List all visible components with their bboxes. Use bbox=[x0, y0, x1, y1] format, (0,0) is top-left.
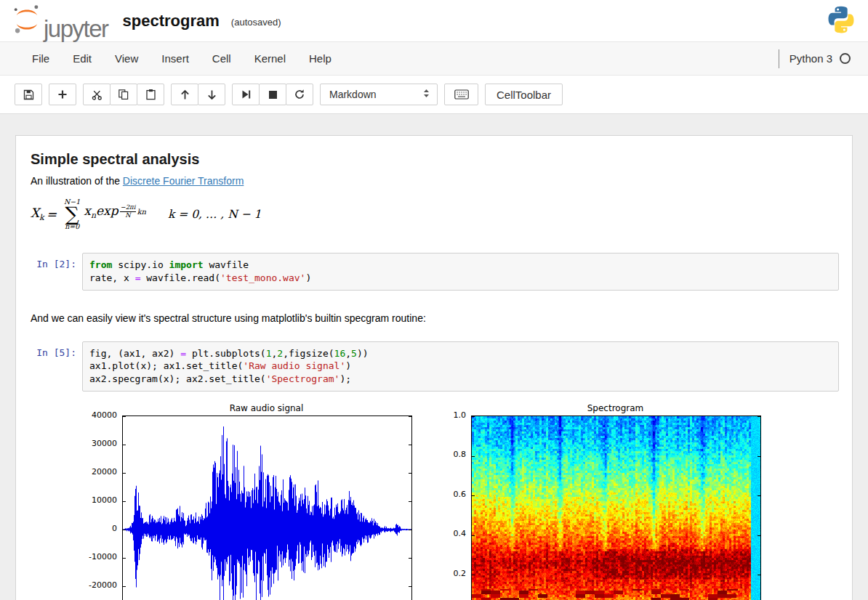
markdown-cell-analysis[interactable]: Simple spectral analysis An illustration… bbox=[29, 145, 839, 241]
code-editor[interactable]: from scipy.io import wavfilerate, x = wa… bbox=[89, 259, 832, 284]
menu-item-help[interactable]: Help bbox=[297, 43, 343, 75]
notebook-header: jupyter spectrogram (autosaved) bbox=[0, 0, 868, 42]
plus-icon bbox=[57, 89, 68, 100]
y-tick-label: 0.4 bbox=[454, 529, 467, 538]
y-tick-label: 30000 bbox=[92, 439, 117, 448]
y-tick-label: 0.2 bbox=[454, 569, 467, 578]
command-palette-button[interactable] bbox=[444, 84, 478, 105]
y-tick-label: -20000 bbox=[89, 580, 117, 590]
input-prompt: In [2]: bbox=[29, 253, 82, 290]
intro-text: An illustration of the bbox=[31, 175, 123, 187]
run-cell-button[interactable] bbox=[232, 84, 260, 105]
insert-cell-below-button[interactable] bbox=[49, 84, 76, 105]
notebook-title[interactable]: spectrogram bbox=[123, 12, 220, 31]
md-paragraph-specgram: And we can easily view it's spectral str… bbox=[31, 312, 837, 324]
copy-cell-button[interactable] bbox=[110, 84, 137, 105]
python-logo-icon bbox=[826, 4, 856, 38]
arrow-up-icon bbox=[180, 89, 190, 100]
sum-symbol: N−1 ∑ n=0 bbox=[64, 198, 80, 230]
y-tick-label: 0 bbox=[112, 524, 117, 533]
paste-cell-button[interactable] bbox=[137, 84, 164, 105]
input-prompt: In [5]: bbox=[29, 341, 82, 392]
y-tick-label: 0.8 bbox=[454, 450, 467, 459]
waveform-plot: Raw audio signal 400003000020000100000-1… bbox=[86, 403, 412, 600]
scissors-icon bbox=[92, 89, 103, 100]
cell-type-dropdown[interactable]: Markdown bbox=[320, 84, 438, 105]
jupyter-logo-text: jupyter bbox=[44, 17, 108, 41]
code-cell-plots[interactable]: In [5]: fig, (ax1, ax2) = plt.subplots(1… bbox=[29, 341, 839, 392]
y-tick-label: 40000 bbox=[92, 410, 117, 420]
jupyter-logo-icon bbox=[12, 4, 42, 38]
code-input-box[interactable]: from scipy.io import wavfilerate, x = wa… bbox=[82, 253, 839, 290]
copy-icon bbox=[118, 89, 129, 100]
notebook-area: Simple spectral analysis An illustration… bbox=[0, 114, 868, 600]
menu-items: FileEditViewInsertCellKernelHelp bbox=[20, 43, 343, 75]
cut-cell-button[interactable] bbox=[83, 84, 110, 105]
refresh-icon bbox=[294, 89, 305, 100]
markdown-cell-specgram-note[interactable]: And we can easily view it's spectral str… bbox=[29, 302, 839, 330]
save-icon bbox=[23, 89, 34, 100]
dft-formula: Xk = N−1 ∑ n=0 xnexp−2πiNkn k = 0, … , N… bbox=[31, 198, 837, 230]
plot-title: Raw audio signal bbox=[122, 403, 411, 413]
step-forward-icon bbox=[241, 89, 252, 100]
code-editor[interactable]: fig, (ax1, ax2) = plt.subplots(1,2,figsi… bbox=[89, 347, 832, 386]
waveform-canvas bbox=[122, 415, 412, 600]
cell-type-value: Markdown bbox=[329, 89, 377, 100]
jupyter-logo[interactable]: jupyter bbox=[12, 4, 108, 38]
notebook-container: Simple spectral analysis An illustration… bbox=[15, 135, 853, 600]
menu-item-file[interactable]: File bbox=[20, 43, 61, 75]
kernel-idle-icon bbox=[840, 53, 851, 64]
plot-title: Spectrogram bbox=[471, 403, 760, 413]
y-tick-label: 0.6 bbox=[454, 490, 467, 499]
dropdown-arrows-icon bbox=[422, 88, 430, 101]
waveform-yticks: 400003000020000100000-10000-20000-30000 bbox=[86, 415, 122, 600]
menu-item-insert[interactable]: Insert bbox=[150, 43, 201, 75]
spectrogram-yticks: 1.00.80.60.40.20.0 bbox=[438, 415, 471, 600]
menu-item-cell[interactable]: Cell bbox=[201, 43, 243, 75]
menubar: FileEditViewInsertCellKernelHelp Python … bbox=[0, 42, 868, 76]
spectrogram-canvas bbox=[471, 415, 761, 600]
interrupt-kernel-button[interactable] bbox=[259, 84, 286, 105]
code-cell-wavfile[interactable]: In [2]: from scipy.io import wavfilerate… bbox=[29, 253, 839, 290]
spectrogram-plot: Spectrogram 1.00.80.60.40.20.0 bbox=[438, 403, 761, 600]
md-heading: Simple spectral analysis bbox=[31, 151, 837, 168]
dft-link[interactable]: Discrete Fourier Transform bbox=[123, 175, 244, 187]
kernel-name: Python 3 bbox=[789, 52, 832, 65]
move-cell-down-button[interactable] bbox=[198, 84, 225, 105]
paste-icon bbox=[145, 89, 156, 100]
y-tick-label: 10000 bbox=[92, 495, 117, 505]
kernel-indicator: Python 3 bbox=[779, 49, 868, 68]
celltoolbar-button[interactable]: CellToolbar bbox=[485, 84, 563, 105]
output-area: Raw audio signal 400003000020000100000-1… bbox=[29, 403, 839, 600]
toolbar: Markdown CellToolbar bbox=[0, 76, 868, 114]
keyboard-icon bbox=[454, 89, 469, 100]
arrow-down-icon bbox=[206, 89, 217, 100]
md-paragraph-intro: An illustration of the Discrete Fourier … bbox=[31, 175, 837, 187]
move-cell-up-button[interactable] bbox=[171, 84, 198, 105]
y-tick-label: -10000 bbox=[89, 552, 117, 562]
menu-item-view[interactable]: View bbox=[103, 43, 150, 75]
y-tick-label: 1.0 bbox=[454, 410, 467, 420]
autosave-status: (autosaved) bbox=[231, 17, 281, 28]
menu-item-edit[interactable]: Edit bbox=[61, 43, 103, 75]
stop-icon bbox=[268, 90, 278, 100]
menu-item-kernel[interactable]: Kernel bbox=[243, 43, 297, 75]
y-tick-label: 20000 bbox=[92, 467, 117, 477]
save-button[interactable] bbox=[15, 84, 42, 105]
code-input-box[interactable]: fig, (ax1, ax2) = plt.subplots(1,2,figsi… bbox=[82, 341, 839, 392]
kernel-separator bbox=[779, 49, 779, 68]
restart-kernel-button[interactable] bbox=[286, 84, 313, 105]
